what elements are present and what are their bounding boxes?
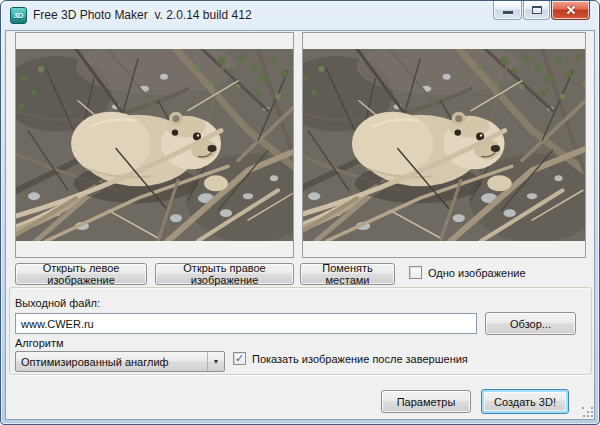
resize-grip-dots	[582, 407, 584, 409]
left-image-preview	[16, 49, 293, 241]
left-image-panel	[15, 32, 294, 258]
output-file-label: Выходной файл:	[15, 297, 100, 309]
minimize-icon	[503, 11, 513, 14]
swap-images-button[interactable]: Поменять местами	[300, 263, 395, 285]
open-left-image-button[interactable]: Открыть левое изображение	[15, 263, 147, 285]
single-image-checkbox[interactable]	[409, 266, 422, 279]
algorithm-selected-value: Оптимизированный анаглиф	[16, 356, 207, 368]
titlebar[interactable]: 3D Free 3D Photo Maker v. 2.0.14 build 4…	[1, 1, 599, 30]
algorithm-label: Алгоритм	[15, 337, 64, 349]
browse-button[interactable]: Обзор...	[485, 312, 576, 335]
maximize-button[interactable]	[523, 1, 550, 20]
show-after-label: Показать изображение после завершения	[252, 353, 468, 365]
right-image-panel	[302, 32, 586, 258]
single-image-label: Одно изображение	[428, 267, 526, 279]
output-file-input[interactable]	[15, 313, 477, 334]
app-icon: 3D	[10, 7, 27, 24]
create-3d-button[interactable]: Создать 3D!	[481, 389, 569, 414]
right-image-preview	[303, 49, 585, 241]
close-icon	[565, 4, 577, 16]
show-after-checkbox[interactable]: ✓	[233, 352, 246, 365]
minimize-button[interactable]	[493, 1, 522, 20]
close-button[interactable]	[551, 1, 590, 20]
open-right-image-button[interactable]: Открыть правое изображение	[155, 263, 294, 285]
resize-grip[interactable]	[582, 407, 593, 418]
window-title: Free 3D Photo Maker v. 2.0.14 build 412	[33, 8, 252, 22]
algorithm-dropdown[interactable]: Оптимизированный анаглиф ▼	[15, 351, 225, 372]
app-icon-label: 3D	[13, 11, 23, 20]
window-controls	[492, 1, 590, 20]
single-image-option[interactable]: Одно изображение	[409, 266, 526, 279]
maximize-icon	[532, 6, 542, 14]
check-icon: ✓	[235, 353, 244, 364]
show-after-option[interactable]: ✓ Показать изображение после завершения	[233, 352, 468, 365]
chevron-down-icon[interactable]: ▼	[207, 352, 224, 371]
parameters-button[interactable]: Параметры	[381, 390, 471, 413]
app-window: 3D Free 3D Photo Maker v. 2.0.14 build 4…	[0, 0, 600, 425]
